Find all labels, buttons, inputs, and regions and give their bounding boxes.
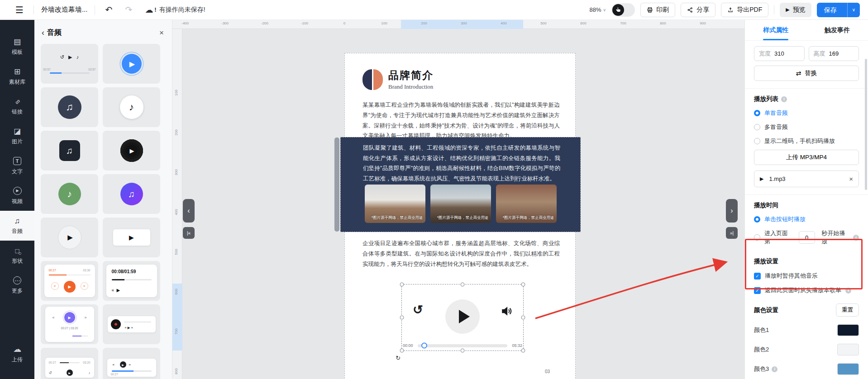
info-icon[interactable]: i xyxy=(853,235,859,241)
sidebar-item[interactable]: 更多 xyxy=(0,270,34,300)
reset-colors-button[interactable]: 重置 xyxy=(836,303,859,317)
sidebar-item[interactable]: 链接 xyxy=(0,91,34,121)
zoom-level-dropdown[interactable]: 88% ∨ xyxy=(590,6,606,13)
prev-page-button[interactable]: ‹ xyxy=(183,199,195,223)
team-section-block[interactable]: 团队凝聚了建筑、材料、工程领域的资深专家，依托自主研发的幕墙系统与智能化生产体系… xyxy=(340,137,581,232)
height-field[interactable]: 高度 169 xyxy=(809,46,859,61)
color-swatch[interactable] xyxy=(837,324,859,336)
checkbox-pause-others[interactable]: ✓ 播放时暂停其他音乐 xyxy=(754,272,859,280)
audio-widget-item[interactable]: 00:57 03:57 xyxy=(41,44,98,84)
export-pdf-button[interactable]: 导出PDF xyxy=(721,3,768,17)
audio-widget-item[interactable] xyxy=(103,131,160,171)
redo-icon[interactable]: ↷ xyxy=(122,5,135,15)
audio-widget-item[interactable] xyxy=(103,174,160,214)
interior-photo[interactable]: *图片源于网络，禁止商业用途 xyxy=(430,185,491,223)
audio-widget-item[interactable] xyxy=(41,174,98,214)
sidebar-item[interactable]: 视频 xyxy=(0,181,34,211)
audio-file-name: 1.mp3 xyxy=(769,175,785,182)
rotate-handle[interactable]: ↺ xyxy=(396,355,401,361)
audio-widget-item[interactable]: 00:27 | 03:20 xyxy=(41,304,98,344)
radio-qr-code[interactable]: 显示二维码，手机扫码播放 xyxy=(754,137,859,145)
print-button[interactable]: 印刷 xyxy=(640,3,675,17)
save-button[interactable]: 保存 ∨ xyxy=(817,3,860,17)
resize-handle-ne[interactable] xyxy=(521,283,525,287)
sidebar-item[interactable]: 图片 xyxy=(0,121,34,151)
progress-track[interactable] xyxy=(418,344,507,347)
undo-icon[interactable]: ↶ xyxy=(102,5,115,15)
player-progress-bar[interactable]: 00:00 05:32 xyxy=(403,342,522,349)
play-button[interactable] xyxy=(445,299,480,334)
tab-trigger-events[interactable]: 触发事件 xyxy=(806,20,868,40)
resize-handle-e[interactable] xyxy=(521,316,525,320)
preview-button[interactable]: ▶ 预览 xyxy=(780,3,811,17)
resize-handle-nw[interactable] xyxy=(400,283,404,287)
resize-handle-sw[interactable] xyxy=(400,349,404,353)
block-drag-handle[interactable] xyxy=(334,137,339,232)
info-icon[interactable]: i xyxy=(781,96,787,102)
audio-widget-item[interactable] xyxy=(41,87,98,127)
last-page-button[interactable]: »| xyxy=(726,227,738,239)
sidebar-item[interactable]: 音频 xyxy=(0,211,34,241)
replay-icon[interactable]: ↺ xyxy=(413,303,423,317)
color-swatch[interactable] xyxy=(837,363,859,375)
radio-play-on-click[interactable]: 单击按钮时播放 xyxy=(754,215,859,223)
intro-paragraph[interactable]: 某某幕墙工程企业作为幕墙装饰领域的创新实践者，我们以"构建建筑美学新边界"为使命… xyxy=(362,100,560,141)
audio-widget-item[interactable] xyxy=(103,218,160,257)
audio-widget-item[interactable] xyxy=(103,304,160,344)
first-page-button[interactable]: |« xyxy=(183,227,195,239)
audio-widget-item[interactable]: 00:08/01:59 xyxy=(103,261,160,301)
info-icon[interactable]: i xyxy=(772,366,777,372)
resize-handle-n[interactable] xyxy=(461,283,465,287)
checkbox-restart-playlist[interactable]: ✓ 返回此页面时从头播放本歌单 i xyxy=(754,286,859,294)
audio-widget-item[interactable] xyxy=(41,218,98,257)
hamburger-menu-icon[interactable]: ☰ xyxy=(13,4,26,16)
resize-handle-s[interactable] xyxy=(461,349,465,353)
play-icon[interactable]: ▶ xyxy=(760,176,763,182)
projects-paragraph[interactable]: 企业项目足迹遍布全国核心城市群，服务涵盖超高层地标、文化场馆、商业综合体等多类型… xyxy=(362,238,560,269)
audio-widget-item[interactable]: 00:27 03:20 xyxy=(41,348,98,379)
next-page-button[interactable]: › xyxy=(726,199,738,223)
sidebar-item-upload[interactable]: 上传 xyxy=(0,339,34,369)
radio-single-audio[interactable]: 单首音频 xyxy=(754,109,859,117)
selected-audio-player[interactable]: ↺ 00:00 05:32 xyxy=(401,284,524,351)
resize-handle-se[interactable] xyxy=(521,349,525,353)
document-title[interactable]: 外墙改造幕墙... xyxy=(41,5,88,14)
radio-multi-audio[interactable]: 多首音频 xyxy=(754,123,859,131)
upload-mp3-button[interactable]: 上传 MP3/MP4 xyxy=(754,150,859,165)
sidebar-item[interactable]: 形状 xyxy=(0,241,34,270)
audio-widget-preview xyxy=(122,54,142,74)
app-root: ☰ 外墙改造幕墙... ↶ ↷ ☁ ! 有操作尚未保存! 88% ∨ xyxy=(0,0,868,379)
sidebar-item[interactable]: 文字 xyxy=(0,151,34,181)
save-options-chevron-icon[interactable]: ∨ xyxy=(847,3,860,17)
back-chevron-icon[interactable] xyxy=(42,28,44,38)
design-canvas[interactable]: -400-300-200-100010020030040050060070080… xyxy=(172,20,744,379)
document-page[interactable]: 品牌简介 Brand Introduction 某某幕墙工程企业作为幕墙装饰领域… xyxy=(344,53,576,379)
share-button[interactable]: 分享 xyxy=(681,3,715,17)
brand-header[interactable]: 品牌简介 Brand Introduction xyxy=(362,68,434,90)
inspector-scrollbar[interactable] xyxy=(865,59,867,190)
audio-file-row[interactable]: ▶ 1.mp3 × xyxy=(754,171,859,187)
sidebar-item[interactable]: 模板 xyxy=(0,32,34,62)
delay-seconds-input[interactable] xyxy=(799,231,815,244)
audio-widget-item[interactable]: 00:27 xyxy=(103,348,160,379)
audio-widget-preview: 00:27 03:30 xyxy=(44,265,95,297)
touch-mode-toggle[interactable] xyxy=(611,3,635,17)
info-icon[interactable]: i xyxy=(845,288,851,294)
audio-widget-item[interactable] xyxy=(103,87,160,127)
audio-widget-item[interactable]: 00:27 03:30 xyxy=(41,261,98,301)
sidebar-item[interactable]: 素材库 xyxy=(0,62,34,91)
remove-file-icon[interactable]: × xyxy=(849,175,853,183)
close-icon[interactable] xyxy=(159,28,164,38)
replace-button[interactable]: ⇄ 替换 xyxy=(754,66,859,81)
color-swatch[interactable] xyxy=(837,344,859,355)
progress-knob[interactable] xyxy=(421,343,427,349)
interior-photo[interactable]: *图片源于网络，禁止商业用途 xyxy=(496,185,557,223)
resize-handle-w[interactable] xyxy=(400,316,404,320)
tab-style-properties[interactable]: 样式属性 xyxy=(745,20,806,40)
radio-play-on-enter[interactable]: 进入页面第 秒开始播放 i xyxy=(754,229,859,246)
interior-photo[interactable]: *图片源于网络，禁止商业用途 xyxy=(365,185,425,223)
audio-widget-item[interactable] xyxy=(41,131,98,171)
width-field[interactable]: 宽度 310 xyxy=(754,46,805,61)
audio-widget-item[interactable] xyxy=(103,44,160,84)
volume-icon[interactable] xyxy=(501,305,512,319)
